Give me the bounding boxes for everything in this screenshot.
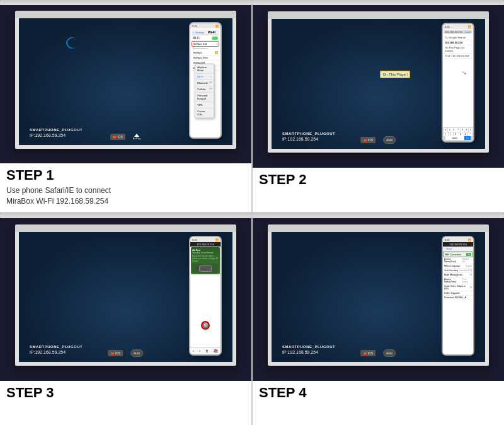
share-icon[interactable]: ⬆: [205, 349, 209, 353]
airplay-label-1: AirPlay: [133, 137, 141, 140]
settings-gear-container: ⚙: [201, 321, 210, 330]
wifi-connection-row: WiFi Connection On: [443, 252, 473, 257]
on-this-page-annotation: On This Page !: [380, 71, 410, 78]
night-mode-label: Night Mode(Audio): [444, 274, 462, 276]
search-input-text[interactable]: 192.168.59.254: [445, 30, 464, 33]
device-name-label: Device Name(Ssid): [444, 258, 462, 263]
step3-title: STEP 3: [6, 385, 245, 401]
settings-address-bar: 192.168.59.254: [443, 242, 473, 247]
hotspot-label: HotSpot: [193, 51, 202, 54]
company-label-1: SMARTPHONE_PLUGOUT: [30, 127, 83, 132]
step3-caption: STEP 3: [0, 381, 251, 425]
airplane-mode-item: Airplane Mode: [195, 64, 214, 74]
kb-6: 6: [452, 128, 455, 132]
screen-content-4: SMARTPHONE_PLUGOUT IP:192.168.59.254 🍎 i…: [272, 232, 485, 362]
ios-button-4: 🍎 iOS: [361, 350, 375, 356]
personal-hotspot-item: Personal Hotspot: [195, 93, 214, 102]
kb-space[interactable]: space: [445, 136, 464, 140]
menu-lang-row: Menu Language English: [443, 264, 473, 269]
phone-step4: 9:41 📶 192.168.59.254 ‹ Back WiFi Connec…: [442, 236, 474, 356]
ip-label-1: IP:192.168.59.254: [30, 132, 83, 139]
vpn-item: VPN: [195, 102, 214, 108]
screen-content-1: SMARTPHONE_PLUGOUT IP:192.168.59.254 🍎 i…: [19, 18, 232, 145]
bookmark-icon[interactable]: 📚: [214, 349, 218, 353]
ip-label-4: IP:192.168.59.254: [282, 349, 335, 356]
result-google: 🔍 Google Search: [444, 35, 472, 40]
bluetooth-value: Off: [209, 81, 212, 84]
online-upgrade-row: Online Upgrade: [443, 291, 473, 296]
hotspot-network-highlighted: HotSpot 514 ✓: [192, 41, 219, 47]
airplay-button-1: AirPlay: [133, 134, 141, 140]
company-label-3: SMARTPHONE_PLUGOUT: [30, 344, 83, 349]
step2-title: STEP 2: [259, 172, 498, 188]
wifi-menu-item: Wi-Fi ✓: [195, 74, 214, 80]
popup-menu-step1: Airplane Mode Wi-Fi ✓ Bluetooth Off: [195, 64, 214, 119]
back-icon: ‹ Back: [445, 247, 452, 250]
ios-icon-3: 🍎: [111, 351, 115, 355]
kb-5: 5: [448, 128, 452, 132]
forward-nav-icon[interactable]: ›: [199, 349, 200, 352]
hotspot-item: HotSpot 📶: [192, 50, 219, 55]
result-on-this-page: On This Page (no matche...: [444, 45, 472, 54]
kb-4: 4: [444, 128, 447, 132]
ios-button-2: 🍎 iOS: [361, 137, 375, 143]
settings-back-bar: ‹ Back: [443, 247, 473, 252]
wifi-checkmark: ✓: [210, 75, 212, 78]
screen-content-2: SMARTPHONE_PLUGOUT IP:192.168.59.254 🍎 i…: [272, 19, 485, 149]
search-icon: 🔍: [445, 36, 448, 39]
airfun-subtitle: Incredible Virtual Remote: [192, 252, 219, 254]
browser-content: 192.168.59.254 Cancel 🔍 Google Search 19…: [443, 29, 473, 141]
auto-button-4: Auto: [383, 349, 396, 357]
projector-rail-1: [0, 0, 251, 5]
device-name-row: Device Name(Ssid) HotSpot 514: [443, 257, 473, 264]
hotspot-free-label: HotSpot-Free: [193, 56, 208, 59]
keyboard: 4 5 6 7 8 9 0 ( ): [443, 127, 473, 141]
bluetooth-label: Bluetooth: [197, 81, 208, 84]
step4-caption: STEP 4: [253, 381, 504, 425]
text-encoding-value: Unicode(UTF8): [459, 269, 472, 272]
aspect-ratio-value: Fit to screen: [462, 278, 472, 283]
app-content: 192.168.59.254 AirFun Incredible Virtual…: [190, 242, 220, 354]
screen-buttons-3: 🍎 iOS Auto: [108, 349, 144, 357]
menu-lang-label: Menu Language: [444, 265, 460, 267]
phone-step3: 9:41 📶 192.168.59.254 AirFun Incredible …: [189, 236, 222, 356]
remote-image: [192, 264, 219, 273]
kb-dollar: $: [454, 132, 458, 136]
kb-amp: &: [458, 132, 462, 136]
cancel-button[interactable]: Cancel: [464, 31, 471, 33]
browser-search-bar: 192.168.59.254 Cancel: [444, 30, 472, 34]
step4-screen: SMARTPHONE_PLUGOUT IP:192.168.59.254 🍎 i…: [253, 213, 504, 381]
projector-screen-2: SMARTPHONE_PLUGOUT IP:192.168.59.254 🍎 i…: [268, 15, 489, 153]
back-nav-icon[interactable]: ‹: [193, 349, 194, 352]
night-mode-row: Night Mode(Audio) Off: [443, 273, 473, 277]
night-mode-value: Off: [469, 274, 472, 276]
wifi-screen-content: ‹ Settings Wi-Fi Wi-Fi H: [190, 28, 220, 137]
scale-video-label: Scale Video Output to 80%: [444, 285, 469, 290]
airfun-sub2: Enjoy your favorite videos, please, just…: [192, 255, 219, 262]
settings-gear-icon[interactable]: ⚙: [201, 321, 210, 330]
ios-icon-2: 🍎: [364, 138, 367, 142]
checkmark-icon: ✓: [216, 42, 218, 45]
download-label: Download INSTALL_A: [444, 296, 466, 299]
back-arrow-icon: ‹: [193, 30, 194, 34]
status-bar-3: 9:41 📶: [190, 237, 220, 242]
ip-label-2: IP:192.168.59.254: [282, 136, 335, 143]
screen-top-bar-1: [15, 11, 236, 18]
ios-label-1: iOS: [117, 135, 122, 139]
screen-buttons-2: 🍎 iOS Auto: [361, 136, 396, 144]
screen-buttons-1: 🍎 iOS AirPlay: [110, 134, 140, 140]
ios-label-2: iOS: [368, 138, 373, 142]
ios-icon-4: 🍎: [364, 351, 367, 355]
wifi-toggle-row: Wi-Fi: [192, 36, 219, 41]
screen-bottom-info-3: SMARTPHONE_PLUGOUT IP:192.168.59.254: [30, 344, 83, 356]
kb-go[interactable]: Go: [464, 136, 471, 140]
ios-icon-1: 🍎: [113, 135, 117, 139]
airplane-label: Airplane Mode: [197, 66, 212, 72]
step1-cell: SMARTPHONE_PLUGOUT IP:192.168.59.254 🍎 i…: [0, 0, 251, 212]
main-grid: SMARTPHONE_PLUGOUT IP:192.168.59.254 🍎 i…: [0, 0, 504, 425]
browser-panel: 192.168.59.254 Cancel 🔍 Google Search 19…: [443, 29, 473, 59]
text-encoding-row: Text Encoding Unicode(UTF8): [443, 269, 473, 273]
screen-top-bar-3: [15, 224, 236, 232]
result-find: Find "192.168.59.254": [444, 54, 472, 59]
kb-paren-r: ): [449, 132, 453, 136]
